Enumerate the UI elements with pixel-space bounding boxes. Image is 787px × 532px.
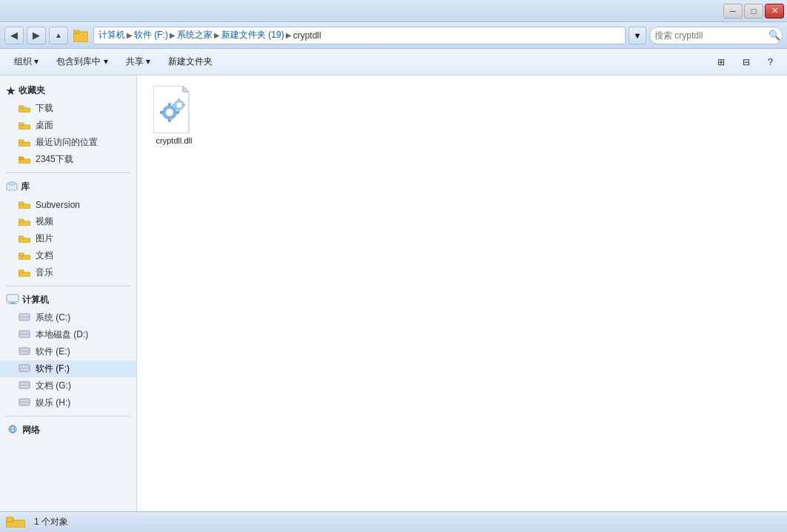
minimize-button[interactable]: ─ bbox=[723, 4, 743, 18]
view-button[interactable]: ⊞ bbox=[709, 52, 733, 73]
forward-button[interactable]: ▶ bbox=[27, 27, 46, 44]
dll-file-icon bbox=[153, 86, 195, 133]
sidebar-item-subversion[interactable]: Subversion bbox=[0, 196, 136, 213]
sep-3 bbox=[6, 416, 130, 417]
sidebar-item-recent[interactable]: 最近访问的位置 bbox=[0, 134, 136, 151]
drive-c-icon bbox=[18, 312, 31, 324]
new-folder-button[interactable]: 新建文件夹 bbox=[160, 52, 221, 73]
sidebar-item-video-label: 视频 bbox=[36, 215, 53, 228]
sidebar-item-download[interactable]: ↓ 下载 bbox=[0, 100, 136, 117]
search-bar[interactable]: 🔍 bbox=[649, 27, 783, 44]
sidebar: ★ 收藏夹 ↓ 下载 桌面 最近访问的位置 bbox=[0, 75, 137, 511]
crumb-home[interactable]: 系统之家 bbox=[177, 29, 212, 41]
svg-rect-29 bbox=[20, 334, 29, 334]
nav-bar: ◀ ▶ ▲ 计算机 ▶ 软件 (F:) ▶ 系统之家 ▶ 新建文件夹 (19) … bbox=[0, 22, 787, 49]
svg-rect-23 bbox=[7, 294, 19, 302]
sidebar-item-download-label: 下载 bbox=[36, 102, 53, 115]
file-area: cryptdll.dll bbox=[137, 75, 787, 511]
sidebar-item-h[interactable]: 娱乐 (H:) bbox=[0, 394, 136, 411]
2345-icon bbox=[18, 153, 31, 166]
svg-rect-31 bbox=[20, 351, 29, 351]
back-button[interactable]: ◀ bbox=[4, 27, 24, 44]
svg-rect-55 bbox=[173, 104, 175, 106]
title-bar: ─ □ ✕ bbox=[0, 0, 787, 22]
close-button[interactable]: ✕ bbox=[765, 4, 784, 18]
library-label: 库 bbox=[21, 181, 30, 193]
crumb-current: cryptdll bbox=[293, 30, 321, 41]
sidebar-item-d-label: 本地磁盘 (D:) bbox=[36, 329, 88, 341]
toolbar: 组织 ▾ 包含到库中 ▾ 共享 ▾ 新建文件夹 ⊞ ⊟ ? bbox=[0, 49, 787, 75]
address-dropdown-button[interactable]: ▼ bbox=[629, 27, 646, 44]
folder-nav-icon bbox=[71, 27, 90, 44]
computer-label: 计算机 bbox=[22, 294, 49, 306]
network-icon bbox=[6, 424, 19, 437]
recent-icon bbox=[18, 136, 31, 149]
crumb-folder19[interactable]: 新建文件夹 (19) bbox=[221, 29, 284, 41]
crumb-computer[interactable]: 计算机 bbox=[98, 29, 125, 41]
sidebar-item-music[interactable]: 音乐 bbox=[0, 264, 136, 281]
sidebar-item-e-label: 软件 (E:) bbox=[36, 346, 70, 358]
svg-rect-10 bbox=[19, 157, 24, 160]
address-bar[interactable]: 计算机 ▶ 软件 (F:) ▶ 系统之家 ▶ 新建文件夹 (19) ▶ cryp… bbox=[93, 27, 626, 44]
up-button[interactable]: ▲ bbox=[49, 27, 68, 44]
sidebar-header-favorites[interactable]: ★ 收藏夹 bbox=[0, 81, 136, 100]
status-count: 1 个对象 bbox=[34, 516, 68, 528]
svg-rect-56 bbox=[183, 104, 185, 106]
main-area: ★ 收藏夹 ↓ 下载 桌面 最近访问的位置 bbox=[0, 75, 787, 511]
crumb-sep-2: ▶ bbox=[170, 31, 175, 39]
status-folder-icon bbox=[6, 513, 25, 531]
share-button[interactable]: 共享 ▾ bbox=[118, 52, 158, 73]
sidebar-item-g[interactable]: 文档 (G:) bbox=[0, 377, 136, 394]
sidebar-item-documents-label: 文档 bbox=[36, 249, 53, 262]
crumb-f[interactable]: 软件 (F:) bbox=[134, 29, 168, 41]
music-icon bbox=[18, 266, 31, 279]
file-icon-wrap bbox=[150, 86, 198, 133]
sidebar-item-c[interactable]: 系统 (C:) bbox=[0, 309, 136, 326]
svg-rect-27 bbox=[20, 317, 29, 317]
sidebar-section-network: 网络 bbox=[0, 421, 136, 440]
sidebar-header-computer[interactable]: 计算机 bbox=[0, 291, 136, 309]
sep-1 bbox=[6, 172, 130, 173]
sidebar-item-desktop[interactable]: 桌面 bbox=[0, 117, 136, 134]
sidebar-item-2345-label: 2345下载 bbox=[36, 153, 73, 166]
sidebar-item-e[interactable]: 软件 (E:) bbox=[0, 343, 136, 360]
sidebar-item-recent-label: 最近访问的位置 bbox=[36, 136, 98, 149]
images-icon bbox=[18, 232, 31, 245]
svg-rect-33 bbox=[20, 368, 29, 368]
help-button[interactable]: ? bbox=[760, 52, 781, 73]
maximize-button[interactable]: □ bbox=[744, 4, 763, 18]
sidebar-item-images[interactable]: 图片 bbox=[0, 230, 136, 247]
svg-rect-25 bbox=[8, 303, 17, 304]
sidebar-item-c-label: 系统 (C:) bbox=[36, 312, 70, 324]
drive-d-icon bbox=[18, 329, 31, 341]
file-item-cryptdll[interactable]: cryptdll.dll bbox=[144, 83, 204, 148]
crumb-sep-1: ▶ bbox=[127, 31, 133, 39]
view2-button[interactable]: ⊟ bbox=[734, 52, 758, 73]
library-button[interactable]: 包含到库中 ▾ bbox=[48, 52, 115, 73]
organize-button[interactable]: 组织 ▾ bbox=[6, 52, 47, 73]
sidebar-item-f[interactable]: 软件 (F:) bbox=[0, 360, 136, 377]
sidebar-section-computer: 计算机 系统 (C:) 本地磁盘 (D:) 软件 (E:) bbox=[0, 291, 136, 411]
drive-h-icon bbox=[18, 397, 31, 409]
sidebar-header-library[interactable]: 库 bbox=[0, 178, 136, 196]
svg-rect-18 bbox=[19, 236, 24, 239]
favorites-icon: ★ bbox=[6, 85, 16, 97]
svg-rect-1 bbox=[73, 30, 79, 33]
svg-rect-16 bbox=[19, 219, 24, 222]
svg-rect-49 bbox=[160, 111, 163, 114]
crumb-sep-4: ▶ bbox=[286, 31, 292, 39]
sidebar-item-video[interactable]: 视频 bbox=[0, 213, 136, 230]
sidebar-item-h-label: 娱乐 (H:) bbox=[36, 397, 70, 409]
sidebar-item-documents[interactable]: 文档 bbox=[0, 247, 136, 264]
svg-rect-58 bbox=[6, 517, 13, 522]
svg-point-46 bbox=[166, 109, 173, 116]
subversion-icon bbox=[18, 198, 31, 211]
network-label: 网络 bbox=[22, 424, 40, 437]
sidebar-item-2345[interactable]: 2345下载 bbox=[0, 151, 136, 168]
search-input[interactable] bbox=[654, 30, 766, 41]
sidebar-item-g-label: 文档 (G:) bbox=[36, 380, 71, 392]
search-icon: 🔍 bbox=[768, 30, 780, 41]
sidebar-header-network[interactable]: 网络 bbox=[0, 421, 136, 440]
sidebar-item-f-label: 软件 (F:) bbox=[36, 363, 70, 375]
sidebar-item-d[interactable]: 本地磁盘 (D:) bbox=[0, 326, 136, 343]
